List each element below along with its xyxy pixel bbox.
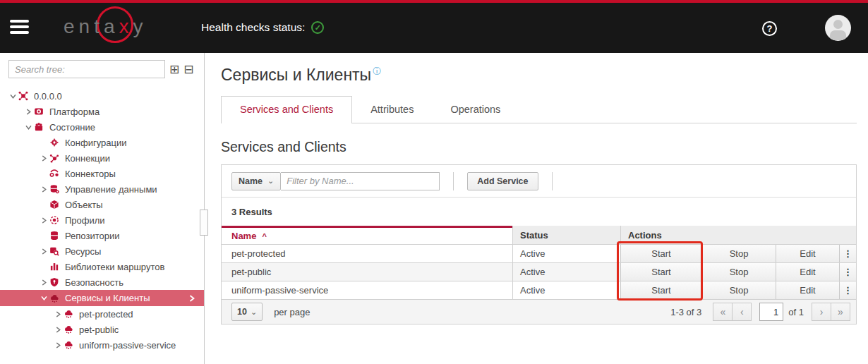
kebab-menu-icon[interactable]: ⋮ [839,281,856,299]
filter-field-dropdown[interactable]: Name ⌄ [231,172,281,190]
tree-item-services-and-clients[interactable]: Сервисы и Клиенты [0,290,204,306]
kebab-menu-icon[interactable]: ⋮ [839,245,856,262]
tab-attributes[interactable]: Attributes [352,97,432,123]
results-count-row: 3 Results [222,198,856,226]
data-management-icon [49,184,60,194]
tree-item-configurations[interactable]: Конфигурации [0,135,204,150]
user-avatar[interactable] [825,15,851,41]
page-size-dropdown[interactable]: 10 ⌄ [231,303,263,321]
results-count: 3 Results [231,207,272,217]
tree-item-label: Управление данными [65,184,157,195]
navigation-tree: 0.0.0.0 Платформа Состояние Конфигурации [0,88,204,353]
tree-item-pet-protected[interactable]: pet-protected [0,306,204,322]
results-range: 1-3 of 3 [670,307,701,317]
tab-bar: Services and Clients Attributes Operatio… [221,95,857,123]
filter-field-label: Name [239,176,263,186]
stop-button[interactable]: Stop [701,245,776,262]
tree-item-connections[interactable]: Коннекции [0,150,204,166]
edit-button[interactable]: Edit [776,245,839,262]
chevron-down-icon[interactable] [7,93,18,99]
sidebar-resize-handle[interactable] [200,210,208,236]
chevron-right-icon[interactable] [38,248,49,255]
help-icon[interactable]: ? [762,21,777,36]
tree-item-label: Коннекторы [65,169,116,179]
kebab-menu-icon[interactable]: ⋮ [839,263,856,281]
add-service-button[interactable]: Add Service [467,172,538,190]
chevron-right-icon[interactable] [52,311,64,317]
tree-item-label: uniform-passive-service [79,340,176,351]
chevron-right-icon[interactable] [52,342,64,348]
toolbar-separator [552,172,553,190]
info-icon[interactable]: ⓘ [373,66,381,76]
tab-operations[interactable]: Operations [432,97,519,123]
expand-all-icon[interactable]: ⊞ [169,63,179,75]
start-button[interactable]: Start [620,281,701,299]
tree-item-resources[interactable]: Ресурсы [0,243,204,259]
page-number-input[interactable] [759,303,783,321]
tree-item-repositories[interactable]: Репозитории [0,228,204,243]
tree-item-state[interactable]: Состояние [0,119,204,135]
tree-item-label: Профили [65,215,105,226]
chevron-down-icon: ⌄ [267,176,274,186]
chevron-down-icon[interactable] [23,124,34,131]
chevron-right-icon[interactable] [38,279,49,286]
start-button[interactable]: Start [620,263,701,281]
table-row: pet-public Active Start Stop Edit ⋮ [222,262,856,281]
page-title: Сервисы и Клиентыⓘ [221,66,868,85]
tree-item-label: Конфигурации [65,138,126,148]
page-size-value: 10 [237,307,247,317]
service-icon [64,309,74,319]
first-page-button[interactable]: « [713,303,733,321]
tree-item-label: 0.0.0.0 [34,91,62,102]
tree-item-route-libraries[interactable]: Библиотеки маршрутов [0,259,204,274]
chevron-right-icon[interactable] [52,327,64,333]
tree-item-objects[interactable]: Объекты [0,197,204,212]
column-header-name[interactable]: Name ^ [222,226,512,244]
tab-services-and-clients[interactable]: Services and Clients [221,96,352,123]
pagination-bar: 10 ⌄ per page 1-3 of 3 « ‹ of 1 › » [222,299,856,324]
edit-button[interactable]: Edit [776,281,839,299]
tree-search-row: ⊞ ⊟ [0,53,204,78]
collapse-all-icon[interactable]: ⊟ [183,63,193,75]
stop-button[interactable]: Stop [701,263,776,281]
chevron-right-icon[interactable] [23,109,34,115]
menu-toggle-button[interactable] [10,20,29,34]
state-icon [34,122,44,132]
tree-item-pet-public[interactable]: pet-public [0,322,204,337]
tree-item-connectors[interactable]: Коннекторы [0,166,204,181]
platform-icon [34,107,44,116]
tree-item-label: Репозитории [65,231,119,241]
chevron-right-icon[interactable] [38,186,49,193]
edit-button[interactable]: Edit [776,263,839,281]
tree-item-uniform-passive-service[interactable]: uniform-passive-service [0,337,204,353]
section-title: Services and Clients [221,139,868,155]
column-header-status: Status [512,226,620,244]
services-table-panel: Name ⌄ Add Service 3 Results Name ^ Stat… [221,164,857,324]
tree-item-label: Коннекции [65,153,110,164]
filter-toolbar: Name ⌄ Add Service [222,165,856,198]
tree-item-profiles[interactable]: Профили [0,212,204,228]
tree-search-input[interactable] [8,60,165,78]
tree-item-data-management[interactable]: Управление данными [0,181,204,197]
toolbar-separator [453,172,454,190]
start-button[interactable]: Start [620,245,701,262]
tree-item-label: Сервисы и Клиенты [65,293,150,303]
of-pages-label: of 1 [788,307,804,317]
previous-page-button[interactable]: ‹ [732,303,752,321]
table-row: pet-protected Active Start Stop Edit ⋮ [222,244,856,262]
health-ok-icon[interactable]: ✓ [311,21,324,34]
filter-by-name-input[interactable] [281,172,440,190]
tree-item-security[interactable]: Безопасность [0,274,204,290]
tree-item-platform[interactable]: Платформа [0,104,204,119]
hamburger-icon [10,20,29,23]
tree-item-root-0-0-0-0[interactable]: 0.0.0.0 [0,88,204,104]
last-page-button[interactable]: » [831,303,850,321]
chevron-down-icon[interactable] [38,295,49,301]
service-icon [64,340,74,350]
chevron-right-icon[interactable] [38,217,49,224]
stop-button[interactable]: Stop [701,281,776,299]
tree-item-label: Безопасность [65,277,123,288]
next-page-button[interactable]: › [812,303,831,321]
chevron-right-icon[interactable] [38,155,49,162]
chevron-down-icon: ⌄ [251,308,257,317]
